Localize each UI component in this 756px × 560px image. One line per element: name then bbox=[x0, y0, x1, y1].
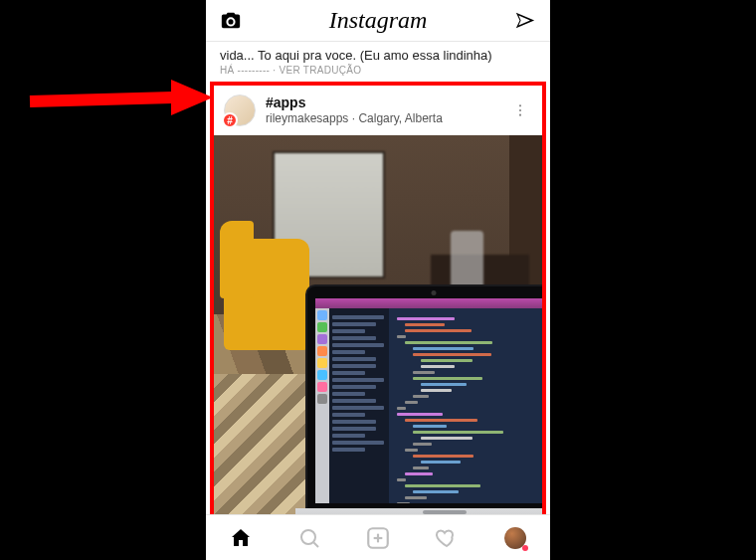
profile-tab-icon[interactable] bbox=[495, 518, 535, 558]
post-title-block[interactable]: #apps rileymakesapps · Calgary, Alberta bbox=[266, 94, 508, 125]
post-photo[interactable] bbox=[214, 135, 542, 514]
search-tab-icon[interactable] bbox=[289, 518, 329, 558]
brand-logo: Instagram bbox=[329, 7, 428, 34]
direct-message-icon[interactable] bbox=[514, 10, 536, 32]
highlighted-post: # #apps rileymakesapps · Calgary, Albert… bbox=[210, 82, 546, 514]
top-bar: Instagram bbox=[206, 0, 550, 42]
post-hashtag-title: #apps bbox=[266, 94, 508, 111]
post-subtitle: rileymakesapps · Calgary, Alberta bbox=[266, 111, 508, 125]
previous-post-caption: vida... To aqui pra voce. (Eu amo essa l… bbox=[206, 42, 550, 65]
camera-icon[interactable] bbox=[220, 10, 242, 32]
post-header[interactable]: # #apps rileymakesapps · Calgary, Albert… bbox=[214, 86, 542, 135]
phone-frame: Instagram vida... To aqui pra voce. (Eu … bbox=[206, 0, 550, 560]
svg-line-8 bbox=[30, 97, 173, 101]
home-tab-icon[interactable] bbox=[221, 518, 261, 558]
svg-point-3 bbox=[301, 530, 315, 544]
profile-avatar-icon bbox=[504, 527, 526, 549]
annotation-arrow bbox=[24, 62, 213, 131]
bottom-tab-bar bbox=[206, 514, 550, 560]
activity-tab-icon[interactable] bbox=[427, 518, 467, 558]
feed: vida... To aqui pra voce. (Eu amo essa l… bbox=[206, 42, 550, 514]
new-post-tab-icon[interactable] bbox=[358, 518, 398, 558]
more-options-icon[interactable] bbox=[508, 102, 532, 118]
laptop-illustration bbox=[305, 284, 542, 514]
svg-point-2 bbox=[519, 114, 521, 116]
svg-point-0 bbox=[519, 104, 521, 106]
previous-post-meta: HÁ --------- · VER TRADUÇÃO bbox=[206, 65, 550, 82]
hashtag-badge-icon: # bbox=[222, 112, 238, 128]
svg-line-4 bbox=[313, 542, 318, 547]
post-avatar[interactable]: # bbox=[224, 94, 256, 126]
svg-point-1 bbox=[519, 109, 521, 111]
